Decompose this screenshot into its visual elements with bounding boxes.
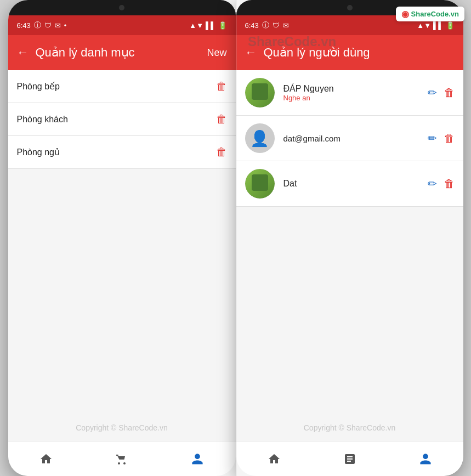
left-phone-frame: 6:43 ⓘ 🛡 ✉ • ▲▼ ▌▌ 🔋 ← Quản lý danh mục … <box>8 0 236 476</box>
edit-user-2[interactable]: ✏ <box>428 132 437 145</box>
right-app-header: ← Quản lý người dùng <box>236 35 463 70</box>
user-email-2: dat@gmail.com <box>283 134 428 143</box>
delete-user-1[interactable]: 🗑 <box>444 87 455 99</box>
left-category-list: Phòng bếp 🗑 Phòng khách 🗑 Phòng ngủ 🗑 <box>8 70 236 169</box>
right-nav-home[interactable] <box>263 448 285 470</box>
right-battery-icon: 🔋 <box>446 21 455 30</box>
right-bottom-nav <box>236 441 463 476</box>
user-sub-1: Nghe an <box>283 94 428 102</box>
right-signal-icon: ▌▌ <box>433 21 443 30</box>
user-actions-2: ✏ 🗑 <box>428 132 455 145</box>
left-status-bar: 6:43 ⓘ 🛡 ✉ • ▲▼ ▌▌ 🔋 <box>8 15 236 35</box>
delete-category-1[interactable]: 🗑 <box>216 80 227 93</box>
user-info-2: dat@gmail.com <box>283 134 428 143</box>
user-info-3: Dat <box>283 179 428 189</box>
left-wifi-icon: ▲▼ <box>189 21 203 30</box>
category-item-1: Phòng bếp 🗑 <box>8 70 236 103</box>
delete-category-2[interactable]: 🗑 <box>216 113 227 126</box>
left-dot-icon: • <box>64 21 67 30</box>
left-status-right: ▲▼ ▌▌ 🔋 <box>189 21 226 30</box>
right-status-left: 6:43 ⓘ 🛡 ✉ <box>245 20 289 30</box>
user-actions-1: ✏ 🗑 <box>428 86 455 99</box>
right-copyright: Copyright © ShareCode.vn <box>236 423 463 432</box>
left-bottom-nav <box>8 441 236 476</box>
left-nav-home[interactable] <box>35 448 57 470</box>
category-item-3: Phòng ngủ 🗑 <box>8 136 236 169</box>
right-phone-frame: 6:43 ⓘ 🛡 ✉ ▲▼ ▌▌ 🔋 ← Quản lý người dùng <box>236 0 463 476</box>
left-nav-cart[interactable] <box>111 448 133 470</box>
left-camera <box>119 5 124 10</box>
user-item-3: Dat ✏ 🗑 <box>236 161 463 207</box>
left-nav-account[interactable] <box>186 448 208 470</box>
right-screen-title: Quản lý người dùng <box>264 46 455 60</box>
left-back-button[interactable]: ← <box>17 46 29 60</box>
sharecode-logo: ◉ ShareCode.vn <box>396 7 464 21</box>
left-copyright: Copyright © ShareCode.vn <box>8 423 236 432</box>
left-app-header: ← Quản lý danh mục New <box>8 35 236 70</box>
user-avatar-2: 👤 <box>245 123 275 153</box>
left-new-button[interactable]: New <box>207 47 226 59</box>
right-status-right: ▲▼ ▌▌ 🔋 <box>417 21 454 30</box>
delete-user-2[interactable]: 🗑 <box>444 132 455 145</box>
left-shield-icon: 🛡 <box>44 21 52 30</box>
screens-container: 6:43 ⓘ 🛡 ✉ • ▲▼ ▌▌ 🔋 ← Quản lý danh mục … <box>0 0 471 476</box>
left-status-left: 6:43 ⓘ 🛡 ✉ • <box>17 20 67 30</box>
right-camera <box>347 5 353 10</box>
user-avatar-3 <box>245 169 275 199</box>
user-item-2: 👤 dat@gmail.com ✏ 🗑 <box>236 116 463 161</box>
right-msg-icon: ✉ <box>283 21 289 30</box>
edit-user-3[interactable]: ✏ <box>428 177 437 190</box>
left-msg-icon: ✉ <box>55 21 61 30</box>
left-signal-icon: ▌▌ <box>206 21 215 30</box>
left-battery-icon: 🔋 <box>218 21 227 30</box>
user-avatar-1 <box>245 78 275 107</box>
delete-category-3[interactable]: 🗑 <box>216 146 227 158</box>
category-name-2: Phòng khách <box>17 115 68 124</box>
right-user-list: ĐÁP Nguyen Nghe an ✏ 🗑 👤 dat@gmail.com ✏ <box>236 70 463 207</box>
user-item-1: ĐÁP Nguyen Nghe an ✏ 🗑 <box>236 70 463 116</box>
right-time: 6:43 <box>245 21 259 30</box>
user-info-1: ĐÁP Nguyen Nghe an <box>283 84 428 102</box>
user-actions-3: ✏ 🗑 <box>428 177 455 190</box>
right-info-icon: ⓘ <box>262 20 269 30</box>
category-item-2: Phòng khách 🗑 <box>8 103 236 136</box>
user-name-3: Dat <box>283 179 428 189</box>
right-nav-manage[interactable] <box>339 448 361 470</box>
right-back-button[interactable]: ← <box>245 46 257 60</box>
left-time: 6:43 <box>17 21 31 30</box>
category-name-3: Phòng ngủ <box>17 147 60 157</box>
avatar-default-icon: 👤 <box>250 129 269 148</box>
left-screen-title: Quản lý danh mục <box>36 46 207 60</box>
user-name-1: ĐÁP Nguyen <box>283 84 428 94</box>
category-name-1: Phòng bếp <box>17 81 60 92</box>
delete-user-3[interactable]: 🗑 <box>444 178 455 190</box>
right-nav-users[interactable] <box>415 448 436 470</box>
right-shield-icon: 🛡 <box>273 21 280 30</box>
left-info-icon: ⓘ <box>34 20 41 30</box>
right-wifi-icon: ▲▼ <box>417 21 431 30</box>
left-notch <box>8 0 236 15</box>
edit-user-1[interactable]: ✏ <box>428 86 437 99</box>
